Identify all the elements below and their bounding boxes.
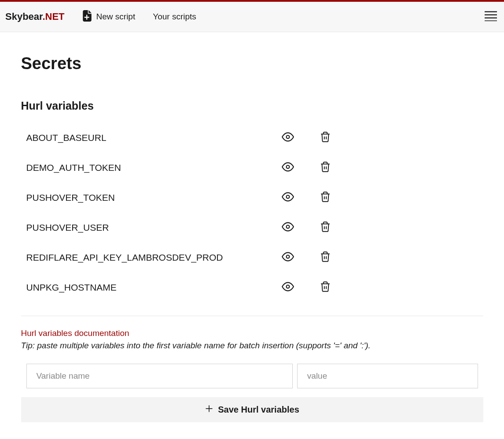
svg-point-13: [286, 225, 289, 229]
eye-icon: [282, 251, 294, 265]
variable-value-input[interactable]: [297, 364, 478, 388]
svg-point-7: [286, 166, 289, 169]
variable-name-input[interactable]: [26, 364, 293, 388]
delete-secret-button[interactable]: [320, 161, 331, 175]
hamburger-menu-button[interactable]: [483, 9, 499, 25]
reveal-secret-button[interactable]: [282, 161, 294, 175]
divider: [21, 316, 483, 316]
eye-icon: [282, 221, 294, 235]
secret-name: REDIFLARE_API_KEY_LAMBROSDEV_PROD: [26, 252, 282, 263]
delete-secret-button[interactable]: [320, 131, 331, 145]
trash-icon: [320, 131, 331, 145]
plus-icon: [205, 404, 218, 415]
section-title: Hurl variables: [21, 100, 483, 112]
eye-icon: [282, 280, 294, 295]
eye-icon: [282, 191, 294, 205]
trash-icon: [320, 221, 331, 235]
save-button-label: Save Hurl variables: [218, 405, 299, 415]
trash-icon: [320, 251, 331, 265]
brand-name: Skybear: [5, 11, 42, 22]
secret-row: REDIFLARE_API_KEY_LAMBROSDEV_PROD: [21, 243, 483, 273]
svg-point-10: [286, 196, 289, 199]
reveal-secret-button[interactable]: [282, 131, 294, 145]
trash-icon: [320, 191, 331, 205]
secret-row: PUSHOVER_USER: [21, 213, 483, 243]
nav-new-script[interactable]: New script: [82, 10, 136, 24]
secrets-list: ABOUT_BASEURLDEMO_AUTH_TOKENPUSHOVER_TOK…: [21, 123, 483, 303]
reveal-secret-button[interactable]: [282, 221, 294, 235]
secret-name: PUSHOVER_TOKEN: [26, 192, 282, 203]
delete-secret-button[interactable]: [320, 221, 331, 235]
page-title: Secrets: [21, 54, 483, 73]
delete-secret-button[interactable]: [320, 280, 331, 295]
trash-icon: [320, 161, 331, 175]
secret-name: PUSHOVER_USER: [26, 222, 282, 233]
secret-actions: [282, 161, 331, 175]
secret-actions: [282, 131, 331, 145]
secret-actions: [282, 191, 331, 205]
nav-your-scripts-label: Your scripts: [153, 12, 196, 22]
nav-your-scripts[interactable]: Your scripts: [153, 12, 196, 22]
svg-point-19: [286, 285, 289, 288]
reveal-secret-button[interactable]: [282, 191, 294, 205]
secret-name: UNPKG_HOSTNAME: [26, 282, 282, 293]
secret-row: ABOUT_BASEURL: [21, 123, 483, 153]
delete-secret-button[interactable]: [320, 191, 331, 205]
secret-row: PUSHOVER_TOKEN: [21, 183, 483, 213]
secret-name: DEMO_AUTH_TOKEN: [26, 162, 282, 173]
variable-input-row: [21, 364, 483, 388]
brand-suffix: .NET: [42, 11, 64, 22]
main-content: Secrets Hurl variables ABOUT_BASEURLDEMO…: [21, 32, 483, 439]
svg-point-4: [286, 136, 289, 139]
brand-logo[interactable]: Skybear.NET: [5, 11, 65, 22]
secret-row: DEMO_AUTH_TOKEN: [21, 153, 483, 183]
file-plus-icon: [82, 10, 96, 24]
eye-icon: [282, 131, 294, 145]
app-header: Skybear.NET New script Your scripts: [0, 2, 504, 32]
reveal-secret-button[interactable]: [282, 280, 294, 295]
hurl-docs-link[interactable]: Hurl variables documentation: [21, 328, 129, 338]
save-variables-button[interactable]: Save Hurl variables: [21, 397, 483, 422]
secret-row: UNPKG_HOSTNAME: [21, 273, 483, 303]
hamburger-icon: [485, 15, 497, 22]
secret-actions: [282, 251, 331, 265]
svg-point-16: [286, 255, 289, 258]
delete-secret-button[interactable]: [320, 251, 331, 265]
nav-new-script-label: New script: [96, 12, 136, 22]
secret-actions: [282, 221, 331, 235]
secret-name: ABOUT_BASEURL: [26, 133, 282, 143]
reveal-secret-button[interactable]: [282, 251, 294, 265]
secret-actions: [282, 280, 331, 295]
tip-text: Tip: paste multiple variables into the f…: [21, 341, 483, 350]
trash-icon: [320, 280, 331, 295]
eye-icon: [282, 161, 294, 175]
